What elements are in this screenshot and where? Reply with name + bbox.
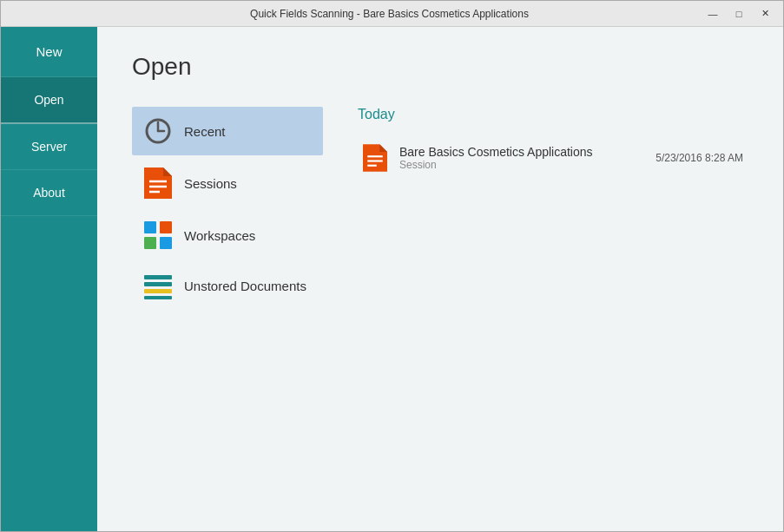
recent-item-0[interactable]: Bare Basics Cosmetics Applications Sessi… [358, 136, 748, 180]
option-workspaces-label: Workspaces [184, 228, 255, 243]
section-today-label: Today [358, 107, 748, 122]
option-unstored-label: Unstored Documents [184, 279, 306, 293]
main-content: Open Recent [97, 27, 783, 531]
svg-rect-13 [144, 282, 172, 286]
svg-marker-4 [163, 167, 172, 176]
option-recent[interactable]: Recent [132, 107, 323, 155]
sidebar: New Open Server About [1, 27, 97, 531]
recent-item-info: Bare Basics Cosmetics Applications Sessi… [399, 145, 643, 171]
option-sessions-label: Sessions [184, 176, 237, 191]
option-workspaces[interactable]: Workspaces [132, 211, 323, 259]
recent-item-name: Bare Basics Cosmetics Applications [399, 145, 643, 159]
close-button[interactable]: ✕ [754, 5, 776, 23]
option-recent-label: Recent [184, 124, 226, 139]
recent-items-panel: Today Bare Basics Cosmetics Applications… [358, 107, 748, 312]
page-title: Open [132, 53, 748, 81]
recent-icon [144, 117, 172, 145]
svg-rect-10 [144, 237, 156, 249]
svg-rect-11 [160, 237, 172, 249]
recent-item-type: Session [399, 159, 643, 171]
app-window: Quick Fields Scanning - Bare Basics Cosm… [0, 0, 784, 532]
option-sessions[interactable]: Sessions [132, 157, 323, 209]
window-title: Quick Fields Scanning - Bare Basics Cosm… [77, 8, 702, 20]
app-body: New Open Server About Open [1, 27, 783, 531]
open-body: Recent Sessions [132, 107, 748, 312]
recent-item-date: 5/23/2016 8:28 AM [656, 152, 743, 164]
unstored-icon [144, 272, 172, 299]
sidebar-item-open[interactable]: Open [1, 77, 97, 124]
option-unstored[interactable]: Unstored Documents [132, 261, 323, 310]
sidebar-item-server[interactable]: Server [1, 124, 97, 170]
svg-rect-9 [160, 221, 172, 233]
svg-rect-12 [144, 275, 172, 279]
workspaces-icon [144, 221, 172, 249]
svg-rect-8 [144, 221, 156, 233]
sidebar-item-about[interactable]: About [1, 170, 97, 216]
svg-marker-17 [379, 144, 387, 152]
window-controls: — □ ✕ [702, 5, 776, 23]
open-options-panel: Recent Sessions [132, 107, 323, 312]
maximize-button[interactable]: □ [728, 5, 750, 23]
titlebar: Quick Fields Scanning - Bare Basics Cosm… [1, 1, 783, 27]
sidebar-item-new[interactable]: New [1, 27, 97, 77]
recent-item-icon [363, 143, 387, 173]
sessions-icon [144, 167, 172, 199]
svg-rect-15 [144, 296, 172, 299]
minimize-button[interactable]: — [702, 5, 724, 23]
svg-rect-14 [144, 289, 172, 293]
